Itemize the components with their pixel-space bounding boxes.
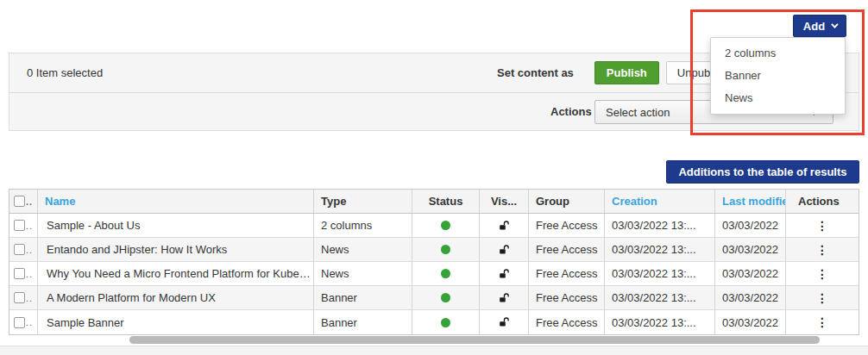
content-type: News (314, 238, 412, 261)
content-actions-cell: ⋮ (786, 238, 859, 261)
content-creation-date: 03/03/2022 13:... (605, 286, 715, 309)
row-select-cell: .. (9, 214, 38, 237)
header-checkbox-dots: .. (26, 196, 33, 207)
add-menu-item[interactable]: News (711, 87, 845, 109)
header-select-all: .. (9, 190, 38, 213)
header-actions: Actions (786, 190, 859, 213)
kebab-menu-icon[interactable]: ⋮ (816, 316, 828, 328)
status-published-dot (441, 221, 450, 230)
content-name: Sample Banner (38, 310, 314, 334)
content-creation-date: 03/03/2022 13:... (605, 214, 715, 237)
set-content-group: Set content as Publish Unpublish (497, 53, 739, 92)
add-dropdown-menu: 2 columnsBannerNews (710, 37, 846, 115)
table-header-row: .. Name Type Status Vis... Group Creatio… (9, 190, 859, 214)
select-all-checkbox[interactable] (14, 196, 25, 207)
unlock-icon (498, 244, 510, 256)
row-checkbox-dots: .. (26, 293, 33, 303)
content-visibility-cell (480, 310, 529, 334)
content-actions-cell: ⋮ (786, 262, 859, 285)
kebab-menu-icon[interactable]: ⋮ (816, 244, 828, 256)
content-status-cell (412, 238, 480, 261)
content-last-modified-date: 03/03/2022 (715, 310, 786, 334)
content-status-cell (412, 262, 480, 285)
content-last-modified-date: 03/03/2022 (715, 214, 786, 237)
kebab-menu-icon[interactable]: ⋮ (816, 268, 828, 280)
content-actions-cell: ⋮ (786, 310, 859, 334)
selected-count-label: 0 Item selected (9, 66, 103, 79)
unlock-icon (498, 268, 510, 280)
content-group: Free Access (529, 310, 605, 334)
table-row: .. Why You Need a Micro Frontend Platfor… (9, 262, 859, 286)
content-status-cell (412, 214, 480, 237)
status-published-dot (441, 269, 450, 278)
row-checkbox[interactable] (14, 317, 25, 328)
content-type: 2 columns (314, 214, 412, 237)
row-select-cell: .. (9, 262, 38, 285)
kebab-menu-icon[interactable]: ⋮ (816, 292, 828, 304)
content-visibility-cell (480, 262, 529, 285)
row-select-cell: .. (9, 238, 38, 261)
content-visibility-cell (480, 238, 529, 261)
content-status-cell (412, 286, 480, 309)
unlock-icon (498, 220, 510, 232)
status-published-dot (441, 245, 450, 254)
kebab-menu-icon[interactable]: ⋮ (816, 220, 828, 232)
content-group: Free Access (529, 286, 605, 309)
select-action-value: Select action (595, 106, 670, 119)
set-content-label: Set content as (497, 66, 574, 79)
content-name: Why You Need a Micro Frontend Platform f… (38, 262, 314, 285)
header-type: Type (314, 190, 412, 213)
table-row: .. Sample - About Us 2 columns Free Acce… (9, 214, 859, 238)
unlock-icon (498, 292, 510, 304)
content-status-cell (412, 310, 480, 334)
content-type: Banner (314, 310, 412, 334)
content-actions-cell: ⋮ (786, 286, 859, 309)
horizontal-scrollbar-thumb[interactable] (129, 336, 820, 344)
row-checkbox[interactable] (14, 268, 25, 279)
add-menu-item[interactable]: 2 columns (711, 42, 845, 65)
content-last-modified-date: 03/03/2022 (715, 262, 786, 285)
row-checkbox[interactable] (14, 244, 25, 255)
row-checkbox[interactable] (14, 220, 25, 231)
header-visibility: Vis... (480, 190, 529, 213)
content-type: News (314, 262, 412, 285)
add-button-label: Add (803, 20, 825, 33)
unlock-icon (498, 316, 510, 328)
bottom-page-band (0, 346, 868, 355)
content-name: Entando and JHipster: How It Works (38, 238, 314, 261)
header-status: Status (412, 190, 480, 213)
header-creation[interactable]: Creation (605, 190, 715, 213)
row-select-cell: .. (9, 310, 38, 334)
add-menu-item[interactable]: Banner (711, 65, 845, 87)
publish-button[interactable]: Publish (594, 61, 659, 84)
additions-to-results-button[interactable]: Additions to the table of results (666, 160, 859, 184)
header-group: Group (529, 190, 605, 213)
table-row: .. A Modern Platform for Modern UX Banne… (9, 286, 859, 310)
content-visibility-cell (480, 214, 529, 237)
row-select-cell: .. (9, 286, 38, 309)
table-row: .. Entando and JHipster: How It Works Ne… (9, 238, 859, 262)
table-row: .. Sample Banner Banner Free Access 03/0… (9, 310, 859, 334)
content-table: .. Name Type Status Vis... Group Creatio… (9, 189, 859, 335)
content-actions-cell: ⋮ (786, 214, 859, 237)
content-name: Sample - About Us (38, 214, 314, 237)
content-creation-date: 03/03/2022 13:... (605, 262, 715, 285)
row-checkbox[interactable] (14, 292, 25, 303)
add-button[interactable]: Add (793, 15, 846, 37)
content-group: Free Access (529, 214, 605, 237)
row-checkbox-dots: .. (26, 221, 33, 231)
table-body: .. Sample - About Us 2 columns Free Acce… (9, 214, 859, 334)
content-visibility-cell (480, 286, 529, 309)
content-last-modified-date: 03/03/2022 (715, 286, 786, 309)
status-published-dot (441, 293, 450, 302)
actions-label: Actions (550, 105, 592, 118)
row-checkbox-dots: .. (26, 245, 33, 255)
status-published-dot (441, 318, 450, 327)
header-name[interactable]: Name (38, 190, 314, 213)
header-last-modified[interactable]: Last modifie (715, 190, 786, 213)
row-checkbox-dots: .. (26, 269, 33, 279)
content-creation-date: 03/03/2022 13:... (605, 238, 715, 261)
row-checkbox-dots: .. (26, 317, 33, 327)
content-creation-date: 03/03/2022 13:... (605, 310, 715, 334)
content-name: A Modern Platform for Modern UX (38, 286, 314, 309)
